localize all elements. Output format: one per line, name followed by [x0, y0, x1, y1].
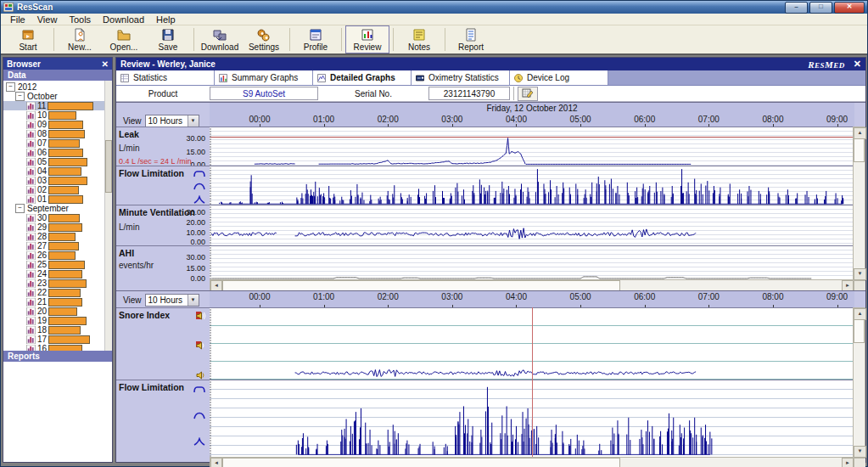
panel-units: L/min	[119, 143, 139, 153]
scrollbar-thumb[interactable]	[854, 138, 865, 162]
scrollbar-thumb[interactable]	[854, 319, 865, 343]
browser-close-icon[interactable]: ✕	[102, 59, 109, 69]
reports-section-header[interactable]: Reports	[3, 351, 112, 362]
vertical-scrollbar[interactable]: ▲▼	[853, 127, 865, 281]
scroll-up-icon[interactable]: ▲	[854, 308, 866, 320]
data-section-header[interactable]: Data	[3, 70, 112, 81]
tree-day-item-october-09[interactable]: 09	[3, 120, 105, 129]
scroll-down-icon[interactable]: ▼	[854, 446, 866, 458]
notes-button[interactable]: Notes	[397, 25, 441, 53]
tree-day-item-september-23[interactable]: 23	[3, 279, 105, 288]
tree-day-item-october-07[interactable]: 07	[3, 138, 105, 148]
minute-ventilation-chart[interactable]	[210, 205, 854, 246]
collapse-icon[interactable]: −	[15, 204, 25, 213]
tree-day-item-september-22[interactable]: 22	[3, 288, 105, 297]
graph-settings-icon	[522, 88, 534, 98]
detailed-graphs-icon	[316, 73, 327, 83]
scroll-up-icon[interactable]: ▲	[854, 127, 866, 139]
tree-scrollbar-thumb[interactable]	[105, 140, 112, 193]
menu-file[interactable]: File	[4, 14, 31, 25]
menu-download[interactable]: Download	[97, 14, 150, 25]
tree-day-item-october-10[interactable]: 10	[3, 110, 105, 120]
tree-root-2012[interactable]: −2012	[3, 82, 105, 92]
tree-day-item-october-05[interactable]: 05	[3, 157, 105, 166]
panel-title: Flow Limitation	[119, 168, 184, 178]
tree-day-item-september-17[interactable]: 17	[3, 335, 105, 344]
vertical-scrollbar[interactable]: ▲▼	[853, 307, 865, 459]
product-label: Product	[116, 89, 210, 98]
menu-view[interactable]: View	[31, 14, 64, 25]
leak-chart[interactable]	[210, 127, 854, 166]
graph-panel-leak: LeakL/min0.4 L /sec = 24 L /min30.0015.0…	[116, 127, 854, 166]
tree-day-item-october-03[interactable]: 03	[3, 176, 105, 185]
profile-button[interactable]: Profile	[294, 25, 338, 53]
horizontal-scrollbar[interactable]: ◄►	[210, 457, 854, 467]
tab-summary-graphs[interactable]: Summary Graphs	[215, 70, 313, 85]
day-label: 08	[37, 129, 47, 138]
ahi-chart[interactable]	[210, 246, 854, 280]
tree-day-item-october-08[interactable]: 08	[3, 129, 105, 138]
start-button[interactable]: Start	[6, 25, 50, 53]
new-button[interactable]: New...	[58, 25, 102, 53]
tree-day-item-october-04[interactable]: 04	[3, 166, 105, 176]
report-button[interactable]: Report	[449, 25, 493, 53]
toolbar-button-label: Start	[19, 42, 36, 52]
tree-day-item-september-25[interactable]: 25	[3, 260, 105, 269]
tree-scrollbar[interactable]	[104, 81, 112, 351]
tree-group-september[interactable]: −September	[3, 204, 105, 213]
mini-chart-icon	[25, 251, 36, 260]
scrollbar-thumb[interactable]	[222, 458, 620, 467]
tree-day-item-october-11[interactable]: 11	[3, 101, 105, 110]
day-label: 05	[37, 157, 47, 166]
minimize-button[interactable]: –	[785, 2, 808, 14]
tree-day-item-september-21[interactable]: 21	[3, 297, 105, 307]
tree-group-october[interactable]: −October	[3, 92, 105, 101]
scroll-down-icon[interactable]: ▼	[854, 268, 866, 280]
time-tick-label: 03:00	[441, 115, 462, 124]
maximize-button[interactable]: □	[809, 2, 832, 14]
download-button[interactable]: Download	[198, 25, 242, 53]
time-cursor-line[interactable]	[532, 307, 533, 457]
tree-day-item-october-06[interactable]: 06	[3, 148, 105, 157]
time-tick-label: 06:00	[634, 292, 655, 301]
scrollbar-track[interactable]	[222, 458, 842, 467]
review-button[interactable]: Review	[345, 25, 389, 53]
usage-bar	[48, 307, 77, 316]
panel-label-area: LeakL/min0.4 L /sec = 24 L /min30.0015.0…	[116, 127, 210, 166]
scroll-left-icon[interactable]: ◄	[210, 458, 222, 467]
collapse-icon[interactable]: −	[6, 82, 15, 92]
menu-tools[interactable]: Tools	[63, 14, 97, 25]
tree-day-item-september-18[interactable]: 18	[3, 325, 105, 335]
scroll-right-icon[interactable]: ►	[842, 458, 854, 467]
time-tick-label: 07:00	[698, 292, 720, 301]
day-label: 10	[37, 110, 47, 120]
review-close-icon[interactable]: ✕	[854, 59, 861, 70]
flow-limitation-chart[interactable]	[210, 166, 854, 205]
tab-device-log[interactable]: Device Log	[510, 70, 608, 85]
tree-day-item-september-27[interactable]: 27	[3, 241, 105, 250]
tree-day-item-october-01[interactable]: 01	[3, 194, 105, 204]
tree-day-item-september-24[interactable]: 24	[3, 269, 105, 279]
settings-button[interactable]: Settings	[242, 25, 286, 53]
tree-day-item-september-19[interactable]: 19	[3, 316, 105, 325]
close-button[interactable]: ✕	[834, 2, 865, 14]
tree-day-item-september-16[interactable]: 16	[3, 344, 105, 351]
tab-detailed-graphs[interactable]: Detailed Graphs	[313, 70, 412, 85]
menu-help[interactable]: Help	[150, 14, 182, 25]
open-button[interactable]: Open...	[102, 25, 146, 53]
tab-statistics[interactable]: Statistics	[116, 70, 215, 85]
tree-day-item-october-02[interactable]: 02	[3, 185, 105, 194]
tab-oximetry-statistics[interactable]: Oximetry Statistics	[412, 70, 510, 85]
tree-day-item-september-29[interactable]: 29	[3, 222, 105, 232]
view-duration-select[interactable]: 10 Hours▼	[145, 294, 199, 307]
view-control: View10 Hours▼	[123, 294, 199, 307]
tree-day-item-september-26[interactable]: 26	[3, 250, 105, 260]
panel-title: Leak	[119, 129, 139, 139]
view-duration-select[interactable]: 10 Hours▼	[145, 115, 199, 127]
tree-day-item-september-20[interactable]: 20	[3, 307, 105, 316]
collapse-icon[interactable]: −	[15, 92, 25, 101]
save-button[interactable]: Save	[146, 25, 190, 53]
tree-day-item-september-28[interactable]: 28	[3, 232, 105, 241]
tree-day-item-september-30[interactable]: 30	[3, 213, 105, 222]
graph-settings-button[interactable]	[518, 87, 538, 101]
